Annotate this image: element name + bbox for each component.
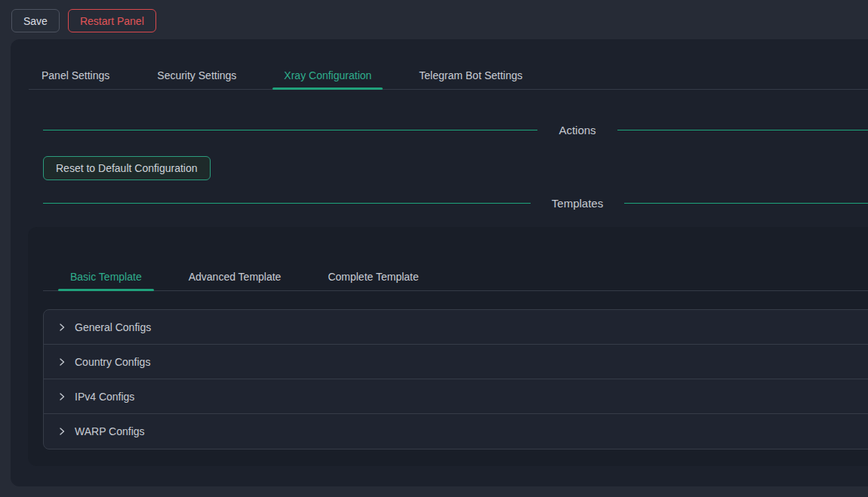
save-button[interactable]: Save	[11, 9, 60, 32]
collapse-label: IPv4 Configs	[75, 391, 134, 403]
templates-card: Basic Template Advanced Template Complet…	[28, 227, 868, 466]
chevron-right-icon	[57, 357, 66, 367]
collapse-label: WARP Configs	[75, 425, 145, 437]
templates-divider-label: Templates	[552, 197, 603, 210]
settings-tabs: Panel Settings Security Settings Xray Co…	[29, 39, 868, 90]
collapse-label: Country Configs	[75, 356, 150, 368]
collapse-general-configs[interactable]: General Configs	[44, 310, 868, 345]
tab-xray-configuration[interactable]: Xray Configuration	[272, 62, 383, 89]
tab-panel-settings[interactable]: Panel Settings	[30, 62, 121, 89]
templates-divider: Templates	[43, 195, 868, 211]
config-collapse-list: General Configs Country Configs IPv4 Con…	[43, 309, 868, 449]
actions-divider: Actions	[43, 121, 868, 138]
collapse-ipv4-configs[interactable]: IPv4 Configs	[44, 379, 868, 414]
top-action-bar: Save Restart Panel	[11, 9, 156, 32]
settings-card: Panel Settings Security Settings Xray Co…	[11, 39, 868, 486]
chevron-right-icon	[57, 323, 66, 332]
collapse-country-configs[interactable]: Country Configs	[44, 345, 868, 379]
collapse-label: General Configs	[75, 321, 151, 333]
tab-advanced-template[interactable]: Advanced Template	[177, 263, 294, 290]
tab-security-settings[interactable]: Security Settings	[146, 62, 248, 89]
chevron-right-icon	[57, 427, 66, 436]
actions-divider-label: Actions	[559, 124, 596, 137]
tab-complete-template[interactable]: Complete Template	[315, 263, 430, 290]
collapse-warp-configs[interactable]: WARP Configs	[44, 414, 868, 449]
tab-basic-template[interactable]: Basic Template	[58, 263, 154, 290]
restart-panel-button[interactable]: Restart Panel	[68, 9, 156, 32]
template-tabs: Basic Template Advanced Template Complet…	[43, 227, 868, 291]
chevron-right-icon	[57, 392, 66, 401]
reset-default-configuration-button[interactable]: Reset to Default Configuration	[43, 156, 211, 180]
tab-telegram-bot-settings[interactable]: Telegram Bot Settings	[408, 62, 534, 89]
